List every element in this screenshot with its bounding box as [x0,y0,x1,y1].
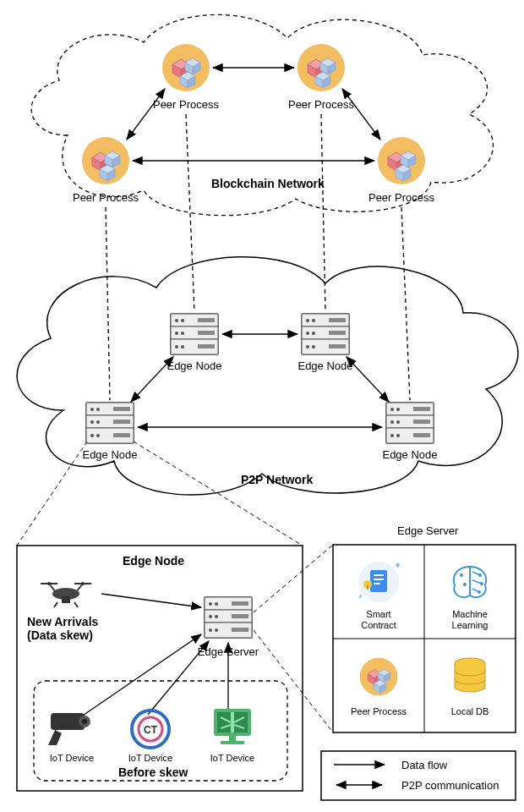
peer-process-node [378,137,425,184]
edge-node-server [86,403,134,443]
drone-icon [41,582,91,607]
peer-process-label: Peer Process [288,98,355,111]
svg-point-53 [463,583,467,586]
edge-node-label: Edge Node [82,448,137,461]
svg-rect-45 [374,574,384,576]
svg-rect-49 [367,585,368,590]
edge-node-detail: Edge Node New Arrivals (Data skew) Edge … [17,546,303,791]
brain-icon [454,567,486,597]
svg-rect-33 [231,712,234,732]
svg-rect-39 [221,741,244,744]
arrow-icon [78,634,201,719]
blockchain-network-cloud: Blockchain Network [31,14,493,215]
iot-label: IoT Device [210,753,254,763]
svg-line-24 [74,602,78,607]
new-arrivals-label: New Arrivals [27,615,99,628]
edge-node-label: Edge Node [297,359,352,372]
edge-server-detail: Edge Server ✦ ✦ Smart Contract Machine L… [333,524,516,732]
smart-contract-icon: ✦ ✦ [358,560,401,602]
svg-point-57 [478,573,482,577]
blockchain-title: Blockchain Network [211,177,325,190]
edge-node-server [171,314,218,354]
peer-process-node [297,44,345,91]
svg-rect-46 [374,579,384,580]
peer-process-label: Peer Process [73,191,139,204]
cctv-icon [48,713,90,745]
dashed-link [106,207,110,400]
legend: Data flow P2P communication [321,751,516,800]
double-arrow-icon [342,89,380,140]
db-label: Local DB [451,706,489,716]
svg-text:✦: ✦ [394,560,401,570]
zoom-line [17,442,87,546]
peer-process-label: Peer Process [153,98,220,111]
edge-node-label: Edge Node [166,359,221,372]
peer-process-node [162,44,210,91]
ml-label: Machine [452,609,488,619]
svg-point-58 [480,582,483,585]
before-skew-label: Before skew [118,765,188,779]
svg-rect-22 [62,596,70,603]
edge-server [205,597,252,638]
zoom-line [254,545,333,612]
double-arrow-icon [347,357,389,402]
legend-p2p: P2P communication [401,779,499,792]
peer-process-icon [360,658,398,696]
svg-rect-44 [370,570,387,592]
smart-contract-label: Smart [366,609,390,619]
peer-process-label: Peer Process [368,191,435,204]
zoom-line [134,442,303,546]
svg-point-27 [82,719,87,724]
zoom-line [254,630,333,732]
edge-node-server [386,403,434,443]
svg-text:CT: CT [144,724,158,736]
svg-rect-38 [229,736,236,741]
ct-icon: CT [132,710,169,748]
arrow-icon [148,641,209,715]
svg-rect-47 [374,583,380,584]
p2p-title: P2P Network [241,473,314,486]
smart-contract-label: Contract [361,620,396,630]
edge-server-title: Edge Server [397,524,459,537]
ml-label: Learning [452,620,489,630]
svg-line-23 [54,602,57,607]
svg-text:✦: ✦ [358,593,363,601]
double-arrow-icon [127,89,165,140]
database-icon [455,658,485,692]
peer-process-node [82,137,129,184]
edge-node-title: Edge Node [123,554,184,568]
svg-point-52 [460,573,463,577]
double-arrow-icon [131,357,173,402]
xray-icon [214,709,251,744]
peer-label: Peer Process [351,706,407,716]
edge-node-label: Edge Node [382,448,437,461]
iot-label: IoT Device [50,753,94,763]
arrow-icon [101,594,201,607]
iot-label: IoT Device [128,753,172,763]
edge-node-server [302,314,349,354]
legend-flow: Data flow [401,759,448,771]
svg-point-59 [478,590,481,594]
data-skew-label: (Data skew) [27,628,93,642]
dashed-link [401,207,410,400]
